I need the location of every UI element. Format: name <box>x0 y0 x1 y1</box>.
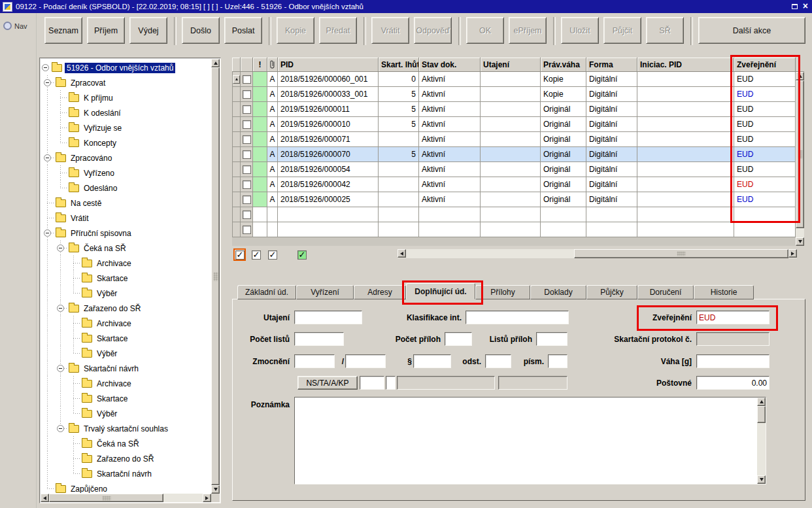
toolbar-button-eprijem[interactable]: ePříjem <box>509 17 547 44</box>
row-select-checkbox[interactable] <box>243 135 251 144</box>
cell-forma[interactable]: Digitální <box>586 192 637 207</box>
cell-pid[interactable]: 2019/51926/000010 <box>278 117 379 132</box>
tree-item-koncepty[interactable]: Koncepty <box>41 135 211 150</box>
tree-item-vyrizeno[interactable]: Vyřízeno <box>41 165 211 180</box>
cell-pid[interactable]: 2019/51926/000011 <box>278 102 379 117</box>
tab-adresy[interactable]: Adresy <box>354 285 406 299</box>
column-header-clip[interactable] <box>267 58 278 72</box>
document-row[interactable]: A2018/51926/000071AktivníOriginálDigitál… <box>232 132 804 147</box>
cell-pid[interactable] <box>278 222 379 237</box>
tree-item-vyrizuje-se[interactable]: Vyřizuje se <box>41 120 211 135</box>
scroll-right-button[interactable] <box>788 249 797 258</box>
cell-clip[interactable]: A <box>267 102 278 117</box>
tree-item-k-prijmu[interactable]: K příjmu <box>41 90 211 105</box>
cell-stav[interactable]: Aktivní <box>419 132 481 147</box>
cell-clip[interactable]: A <box>267 72 278 87</box>
tab-doklady[interactable]: Doklady <box>530 285 586 299</box>
tree-item-na-ceste[interactable]: Na cestě <box>41 195 211 211</box>
ns-field-1[interactable] <box>360 376 384 390</box>
cell-iniciac[interactable] <box>637 117 734 132</box>
cell-forma[interactable]: Digitální <box>586 177 637 192</box>
cell-utajeni[interactable] <box>481 117 541 132</box>
tree-item-vyber[interactable]: Výběr <box>41 286 211 301</box>
cell-pid[interactable]: 2018/51926/000070 <box>278 147 379 162</box>
column-header-check[interactable] <box>241 58 253 72</box>
cell-zver[interactable]: EUD <box>734 102 796 117</box>
ns-field-2[interactable] <box>386 376 396 390</box>
cell-prav[interactable]: Originál <box>541 117 586 132</box>
tree-expander-icon[interactable] <box>44 229 51 237</box>
cell-forma[interactable]: Digitální <box>586 132 637 147</box>
cell-forma[interactable] <box>586 207 637 222</box>
scroll-up-button[interactable] <box>211 59 220 67</box>
cell-zver[interactable] <box>734 207 796 222</box>
cell-utajeni[interactable] <box>481 207 541 222</box>
cell-utajeni[interactable] <box>481 222 541 237</box>
cell-skart[interactable]: 5 <box>379 117 419 132</box>
cell-alert[interactable] <box>253 177 267 192</box>
cell-stav[interactable]: Aktivní <box>419 192 481 207</box>
grid-horizontal-scrollbar[interactable] <box>398 249 797 258</box>
scroll-left-button[interactable] <box>41 494 49 502</box>
tree-item-zarazeno-do-sr[interactable]: Zařazeno do SŘ <box>41 301 211 316</box>
document-row[interactable]: A2019/51926/0000105AktivníOriginálDigitá… <box>232 117 804 132</box>
zmocneni-field-2[interactable] <box>345 354 386 368</box>
document-row[interactable]: A2018/51926/0000705AktivníOriginálDigitá… <box>232 147 804 162</box>
tree-item-skartace[interactable]: Skartace <box>41 391 211 406</box>
row-select-checkbox[interactable] <box>243 90 251 99</box>
cell-alert[interactable] <box>253 207 267 222</box>
toolbar-button-vydej[interactable]: Výdej <box>129 17 167 44</box>
cell-forma[interactable]: Digitální <box>586 72 637 87</box>
tree-expander-icon[interactable] <box>42 64 49 71</box>
tree-expander-icon[interactable] <box>44 79 51 86</box>
cell-zver[interactable]: EUD <box>734 72 796 87</box>
cell-iniciac[interactable] <box>637 102 734 117</box>
row-select-checkbox[interactable] <box>243 195 251 204</box>
scroll-down-button[interactable] <box>757 475 766 484</box>
cell-zver[interactable]: EUD <box>734 147 796 162</box>
column-header-skart[interactable]: Skart. lhůta <box>379 58 419 72</box>
pocet-priloh-field[interactable] <box>445 332 472 346</box>
postovne-field[interactable] <box>696 376 770 390</box>
tree-expander-icon[interactable] <box>57 245 64 252</box>
tree-horizontal-scrollbar[interactable] <box>41 494 211 502</box>
cell-alert[interactable] <box>253 102 267 117</box>
column-header-utajeni[interactable]: Utajení <box>481 58 541 72</box>
tree-item-archivace[interactable]: Archivace <box>41 256 211 271</box>
cell-alert[interactable] <box>253 162 267 177</box>
cell-clip[interactable]: A <box>267 192 278 207</box>
tab-vyrizeni[interactable]: Vyřízení <box>296 285 354 299</box>
cell-clip[interactable]: A <box>267 162 278 177</box>
vaha-field[interactable] <box>696 354 770 368</box>
cell-prav[interactable] <box>541 222 586 237</box>
tree-vertical-scrollbar[interactable] <box>211 59 220 494</box>
toolbar-button-prijem[interactable]: Příjem <box>87 17 125 44</box>
toolbar-button-ulozit[interactable]: Uložit <box>561 17 599 44</box>
cell-iniciac[interactable] <box>637 87 734 102</box>
cell-utajeni[interactable] <box>481 177 541 192</box>
cell-prav[interactable]: Originál <box>541 132 586 147</box>
tree-item-ceka-na-sr[interactable]: Čeká na SŘ <box>41 436 211 451</box>
cell-clip[interactable]: A <box>267 87 278 102</box>
toolbar-button-ok[interactable]: OK <box>466 17 504 44</box>
cell-skart[interactable] <box>379 222 419 237</box>
cell-prav[interactable]: Kopie <box>541 72 586 87</box>
cell-iniciac[interactable] <box>637 177 734 192</box>
toolbar-button-vratit[interactable]: Vrátit <box>371 17 409 44</box>
cell-forma[interactable]: Digitální <box>586 87 637 102</box>
poznamka-scroll-thumb[interactable] <box>757 406 766 423</box>
column-header-iniciac[interactable]: Iniciac. PID <box>637 58 734 72</box>
row-select-checkbox[interactable] <box>243 120 251 129</box>
cell-utajeni[interactable] <box>481 162 541 177</box>
cell-forma[interactable]: Digitální <box>586 147 637 162</box>
tab-doruceni[interactable]: Doručení <box>637 285 694 299</box>
cell-skart[interactable] <box>379 162 419 177</box>
cell-iniciac[interactable] <box>637 192 734 207</box>
tree-item-zarazeno-do-sr[interactable]: Zařazeno do SŘ <box>41 451 211 466</box>
document-row[interactable]: A2018/51926/000054AktivníOriginálDigitál… <box>232 162 804 177</box>
paragraf-field[interactable] <box>413 354 451 368</box>
tree-item-vyber[interactable]: Výběr <box>41 346 211 361</box>
cell-forma[interactable]: Digitální <box>586 117 637 132</box>
cell-clip[interactable]: A <box>267 117 278 132</box>
zmocneni-field-1[interactable] <box>294 354 335 368</box>
